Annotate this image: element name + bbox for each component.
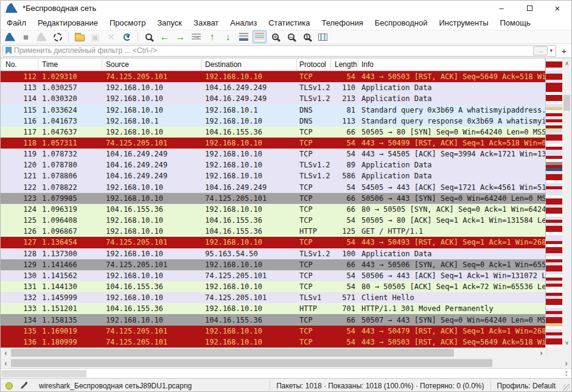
packet-no: 127 xyxy=(1,238,38,247)
packet-row[interactable]: 1251.096408192.168.10.10104.16.155.36TCP… xyxy=(1,215,545,226)
go-to-packet-icon xyxy=(192,33,201,41)
menu-item[interactable]: Помощь xyxy=(500,18,531,27)
packet-row[interactable]: 1331.151201104.16.155.36192.168.10.10HTT… xyxy=(1,303,545,314)
auto-scroll-icon xyxy=(239,33,248,41)
packet-len: 54 xyxy=(331,282,358,291)
display-filter-field[interactable]: → ▾ xyxy=(2,45,556,57)
profile-label[interactable]: Профиль: Default xyxy=(490,380,562,390)
packet-row[interactable]: 1271.13645474.125.205.101192.168.10.10TC… xyxy=(1,237,545,248)
packet-row[interactable]: 1201.078780104.16.249.249192.168.10.10TL… xyxy=(1,159,545,170)
packet-time: 1.096319 xyxy=(38,205,102,214)
vertical-scrollbar[interactable]: ∧ ∨ xyxy=(562,58,571,348)
column-header-len[interactable]: Length xyxy=(331,58,358,71)
scroll-up-button[interactable]: ∧ xyxy=(562,58,571,68)
packet-row[interactable]: 1181.05731174.125.205.101192.168.10.10TC… xyxy=(1,138,545,149)
vertical-scroll-thumb[interactable] xyxy=(563,95,570,111)
capture-comment-icon[interactable] xyxy=(21,382,27,389)
hscroll2-right-button[interactable]: › xyxy=(561,358,571,368)
apply-filter-button[interactable]: → xyxy=(533,46,548,55)
scroll-down-button[interactable]: ∨ xyxy=(562,338,571,348)
column-header-dst[interactable]: Destination xyxy=(201,58,297,71)
auto-scroll-button[interactable] xyxy=(237,30,251,43)
go-back-button[interactable]: ← xyxy=(158,30,172,43)
open-file-button[interactable] xyxy=(72,30,86,43)
vertical-scroll-track[interactable] xyxy=(562,68,571,338)
zoom-normal-button[interactable]: 1 xyxy=(300,30,314,43)
zoom-in-glyph: + xyxy=(274,33,277,40)
packet-row[interactable]: 1221.078822192.168.10.10104.16.249.249TC… xyxy=(1,182,545,193)
hscroll2-left-button[interactable]: ‹ xyxy=(1,358,11,368)
menu-item[interactable]: Телефония xyxy=(321,18,363,27)
expert-info-icon[interactable] xyxy=(5,382,13,390)
go-last-packet-button[interactable]: ↓ xyxy=(221,30,235,43)
packet-row[interactable]: 1261.096867192.168.10.10104.16.155.36HTT… xyxy=(1,226,545,237)
packet-row[interactable]: 1121.02931074.125.205.101192.168.10.10TC… xyxy=(1,71,545,82)
packet-row[interactable]: 1211.078806104.16.249.249192.168.10.10TL… xyxy=(1,170,545,181)
packet-row[interactable]: 1241.096319104.16.155.36192.168.10.10TCP… xyxy=(1,204,545,215)
spin-down-icon[interactable]: ∨ xyxy=(565,374,568,377)
menu-item[interactable]: Анализ xyxy=(230,18,257,27)
packet-row[interactable]: 1151.033624192.168.10.10192.168.10.1DNS8… xyxy=(1,104,545,115)
start-capture-button[interactable] xyxy=(3,30,17,43)
packet-row[interactable]: 1191.078732104.16.249.249192.168.10.10TC… xyxy=(1,149,545,159)
packet-row[interactable]: 1311.144130104.16.155.36192.168.10.10TCP… xyxy=(1,281,545,292)
zoom-out-button[interactable]: − xyxy=(284,30,298,43)
resize-grip-icon[interactable] xyxy=(563,384,570,391)
colorize-packets-button[interactable] xyxy=(253,30,267,43)
packet-row[interactable]: 1321.145999192.168.10.1074.125.205.101TL… xyxy=(1,292,545,303)
menu-item[interactable]: Просмотр xyxy=(110,18,145,27)
filter-bookmark-icon[interactable] xyxy=(5,47,12,55)
find-packet-button[interactable] xyxy=(142,30,156,43)
maximize-button[interactable] xyxy=(515,1,543,15)
packet-row[interactable]: 1171.047637192.168.10.10104.16.155.36TCP… xyxy=(1,127,545,138)
menu-item[interactable]: Беспроводной xyxy=(375,18,428,27)
hscroll2-thumb[interactable] xyxy=(11,359,492,367)
packet-row[interactable]: 1291.14146674.125.205.101192.168.10.10TC… xyxy=(1,259,545,270)
menu-item[interactable]: Инструменты xyxy=(439,18,488,27)
packet-dst: 192.168.10.10 xyxy=(201,327,297,335)
packet-row[interactable]: 1341.158135192.168.10.10104.16.155.36TCP… xyxy=(1,314,545,325)
column-header-time[interactable]: Time xyxy=(38,58,102,71)
add-filter-button[interactable]: + xyxy=(559,45,570,57)
packet-row[interactable]: 1281.137300192.168.10.1095.163.54.50TLSv… xyxy=(1,248,545,259)
menu-item[interactable]: Статистика xyxy=(268,18,310,27)
menu-item[interactable]: Захват xyxy=(194,18,218,27)
packet-len: 54 xyxy=(331,72,358,81)
column-header-info[interactable]: Info xyxy=(358,58,545,71)
packet-row[interactable]: 1161.041673192.168.10.1192.168.10.10DNS1… xyxy=(1,116,545,127)
display-filter-input[interactable] xyxy=(14,46,533,55)
filter-dropdown-caret-icon[interactable]: ▾ xyxy=(548,47,554,54)
reload-file-button[interactable] xyxy=(120,30,134,43)
packet-row[interactable]: 1231.079985192.168.10.1074.125.205.101TC… xyxy=(1,193,545,204)
capture-options-button[interactable] xyxy=(51,30,65,43)
go-forward-button[interactable]: → xyxy=(173,30,187,43)
go-to-packet-button[interactable] xyxy=(189,30,203,43)
zoom-in-button[interactable]: + xyxy=(268,30,282,43)
packet-dst: 95.163.54.50 xyxy=(201,250,297,258)
column-header-src[interactable]: Source xyxy=(102,58,201,71)
colorize-packets-icon xyxy=(255,33,264,41)
close-button[interactable]: × xyxy=(543,1,571,15)
hscroll1-track[interactable] xyxy=(11,348,536,358)
splitter-spinner[interactable]: ∧ ∨ xyxy=(565,371,568,377)
column-header-proto[interactable]: Protocol xyxy=(297,58,331,71)
hscroll1-left-button[interactable]: ‹ xyxy=(1,348,11,358)
hscrollbar-row-2: ‹ › xyxy=(1,358,571,368)
packet-row[interactable]: 1131.030257192.168.10.10104.16.249.249TL… xyxy=(1,82,545,93)
menu-item[interactable]: Редактирование xyxy=(38,18,98,27)
packet-row[interactable]: 1301.141562192.168.10.1074.125.205.101TC… xyxy=(1,270,545,281)
minimize-button[interactable]: – xyxy=(487,1,515,15)
packet-minimap[interactable] xyxy=(545,58,562,348)
packet-row[interactable]: 1351.16901974.125.205.101192.168.10.10TC… xyxy=(1,326,545,337)
go-first-packet-button[interactable]: ↑ xyxy=(205,30,219,43)
packet-row[interactable]: 1141.030320192.168.10.10104.16.249.249TL… xyxy=(1,93,545,104)
column-header-no[interactable]: No. xyxy=(1,58,38,71)
resize-columns-button[interactable] xyxy=(316,30,330,43)
hscroll1-thumb[interactable] xyxy=(11,349,454,357)
packet-row[interactable]: 1361.18099974.125.205.101192.168.10.10TC… xyxy=(1,337,545,348)
menu-item[interactable]: Файл xyxy=(7,18,26,27)
menu-item[interactable]: Запуск xyxy=(157,18,182,27)
hscroll1-right-button[interactable]: › xyxy=(536,348,546,358)
hscroll2-track[interactable] xyxy=(11,358,561,368)
packet-no: 121 xyxy=(1,172,38,180)
